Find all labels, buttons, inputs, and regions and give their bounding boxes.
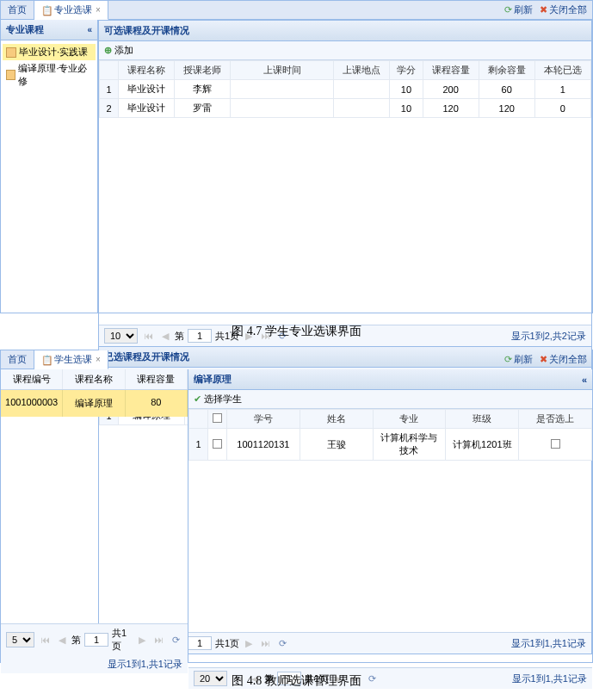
tab-icon: 📋 (41, 355, 52, 365)
available-courses-panel: 可选课程及开课情况 ⊕ 添加 课程名称授课老师 上课时间上课地点 学分课程容量 … (98, 20, 592, 347)
tab-home[interactable]: 首页 (1, 350, 34, 369)
refresh-page-button[interactable]: ⟳ (170, 635, 182, 646)
next-page-button[interactable]: ▶ (136, 635, 148, 646)
prev-page-button[interactable]: ◀ (56, 635, 68, 646)
course-list-panel: 课程编号 课程名称 课程容量 1001000003 编译原理 80 5 ⏮ ◀ … (1, 369, 188, 662)
page-input[interactable] (188, 329, 212, 343)
pager: 5 ⏮ ◀ 第 共1页 ▶ ⏭ ⟳ (1, 623, 188, 655)
refresh-icon: ⟳ (504, 4, 512, 15)
sidebar-title: 专业课程 « (1, 20, 97, 40)
prev-page-button[interactable]: ◀ (159, 331, 171, 342)
tabbar: 首页 📋 专业选课 × ⟳刷新 ✖关闭全部 (1, 1, 592, 20)
table-row[interactable]: 1 毕业设计李辉 10200 601 (100, 80, 591, 99)
page-size-select[interactable]: 5 (6, 632, 34, 647)
add-icon: ⊕ (104, 45, 112, 56)
collapse-icon[interactable]: « (582, 375, 587, 385)
students-table: 学号姓名 专业班级 是否选上 1 1001120131王骏 计算机科学与技术计算… (188, 409, 592, 461)
refresh-button[interactable]: ⟳刷新 (504, 353, 533, 366)
pager-info: 显示1到1,共1记录 (108, 658, 182, 671)
table-row[interactable]: 2 毕业设计罗雷 10120 1200 (100, 99, 591, 118)
page-size-select[interactable]: 20 (194, 671, 227, 686)
panel-title: 编译原理« (188, 369, 592, 390)
first-page-button[interactable]: ⏮ (38, 635, 53, 645)
toolbar: ✔ 选择学生 (188, 390, 592, 409)
tab-icon: 📋 (41, 5, 52, 15)
last-page-button[interactable]: ⏭ (151, 635, 166, 645)
selected-checkbox[interactable] (551, 439, 560, 449)
panel-title: 可选课程及开课情况 (99, 21, 591, 41)
close-icon[interactable]: × (96, 5, 101, 15)
close-all-button[interactable]: ✖关闭全部 (540, 353, 587, 366)
refresh-icon: ⟳ (504, 354, 512, 365)
students-panel: 编译原理« ✔ 选择学生 学号姓名 专业班级 是否选上 1 1001120131… (188, 369, 592, 662)
col-header: 课程名称 (63, 369, 125, 389)
page-size-select[interactable]: 10 (104, 328, 138, 344)
tab-student-selection[interactable]: 📋 学生选课 × (34, 350, 108, 369)
pager-info: 显示1到1,共1记录 (512, 672, 587, 685)
page-input[interactable] (84, 633, 108, 647)
toolbar: ⊕ 添加 (99, 41, 591, 60)
doc-icon (6, 70, 15, 80)
student-course-selection-window: 首页 📋 专业选课 × ⟳刷新 ✖关闭全部 专业课程 « 毕业设计·实践课 编译… (0, 0, 593, 313)
refresh-button[interactable]: ⟳刷新 (504, 3, 533, 16)
close-icon[interactable]: × (96, 355, 101, 364)
close-all-button[interactable]: ✖关闭全部 (540, 3, 587, 16)
tree-item[interactable]: 编译原理·专业必修 (3, 60, 96, 90)
pager-info: 显示1到2,共2记录 (511, 330, 586, 343)
col-header: 课程容量 (126, 369, 188, 389)
col-header: 课程编号 (1, 369, 63, 389)
tree-item[interactable]: 毕业设计·实践课 (3, 44, 96, 60)
first-page-button[interactable]: ⏮ (141, 331, 156, 341)
close-all-icon: ✖ (540, 4, 547, 15)
table-row[interactable]: 1 1001120131王骏 计算机科学与技术计算机1201班 (189, 429, 592, 461)
doc-icon (6, 47, 16, 58)
select-icon: ✔ (194, 393, 201, 405)
add-button[interactable]: 添加 (114, 44, 133, 57)
select-all-checkbox[interactable] (213, 413, 222, 423)
refresh-page-button[interactable]: ⟳ (366, 673, 379, 685)
teacher-course-selection-window: 首页 📋 学生选课 × ⟳刷新 ✖关闭全部 课程编号 课程名称 课程容量 100… (0, 350, 593, 663)
sidebar: 专业课程 « 毕业设计·实践课 编译原理·专业必修 (1, 20, 98, 313)
row-checkbox[interactable] (213, 439, 222, 449)
available-courses-table: 课程名称授课老师 上课时间上课地点 学分课程容量 剩余容量本轮已选 1 毕业设计… (99, 60, 591, 118)
course-row[interactable]: 1001000003 编译原理 80 (1, 390, 188, 417)
close-all-icon: ✖ (540, 354, 547, 365)
tab-home[interactable]: 首页 (1, 1, 34, 19)
collapse-icon[interactable]: « (87, 25, 92, 34)
tab-course-selection[interactable]: 📋 专业选课 × (34, 1, 108, 20)
select-student-button[interactable]: 选择学生 (204, 393, 242, 406)
